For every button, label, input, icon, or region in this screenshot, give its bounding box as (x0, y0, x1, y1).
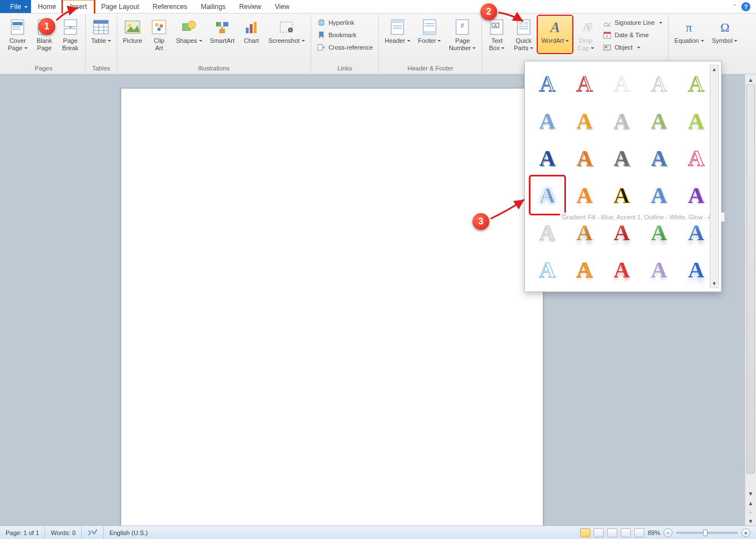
object-label: Object (614, 44, 633, 51)
shapes-button[interactable]: Shapes (173, 16, 205, 53)
tab-view[interactable]: View (268, 0, 297, 13)
equation-button[interactable]: π Equation (671, 16, 707, 53)
wordart-style-17[interactable]: A (568, 176, 602, 214)
scroll-thumb[interactable] (746, 85, 755, 474)
wordart-style-1[interactable]: A (530, 65, 564, 102)
tab-label: Review (239, 3, 261, 11)
minimize-ribbon-icon[interactable]: ⌃ (732, 3, 737, 10)
wordart-style-29[interactable]: A (642, 251, 676, 288)
scroll-track[interactable] (745, 85, 756, 488)
smartart-button[interactable]: SmartArt (207, 16, 238, 53)
drop-cap-button[interactable]: A Drop Cap (573, 16, 598, 53)
drop-cap-label: Drop Cap (578, 37, 594, 52)
date-time-button[interactable]: 5Date & Time (600, 29, 665, 41)
smartart-label: SmartArt (210, 37, 235, 52)
clip-art-button[interactable]: Clip Art (147, 16, 171, 53)
view-outline-button[interactable] (621, 528, 631, 537)
zoom-out-button[interactable]: − (664, 528, 673, 537)
gallery-scroll-up-icon[interactable]: ▲ (710, 65, 718, 73)
chart-button[interactable]: Chart (239, 16, 264, 53)
svg-rect-24 (246, 28, 249, 33)
zoom-slider-knob[interactable] (703, 529, 708, 536)
status-words[interactable]: Words: 0 (45, 526, 82, 539)
wordart-style-21[interactable]: A (530, 214, 564, 251)
wordart-style-3[interactable]: A (605, 65, 639, 102)
zoom-level-label[interactable]: 89% (648, 529, 660, 536)
wordart-button[interactable]: A WordArt (538, 16, 572, 53)
wordart-style-26[interactable]: A (530, 251, 564, 288)
symbol-button[interactable]: Ω Symbol (709, 16, 741, 53)
callout-2-label: 2 (487, 7, 492, 17)
zoom-in-button[interactable]: + (741, 528, 750, 537)
wordart-style-15[interactable]: A (679, 139, 713, 176)
tab-label: View (275, 3, 290, 11)
wordart-style-16[interactable]: A (530, 176, 564, 214)
scroll-up-icon[interactable]: ▲ (745, 74, 756, 85)
tab-page-layout[interactable]: Page Layout (94, 0, 145, 13)
next-page-icon[interactable]: ▼ (748, 516, 754, 525)
zoom-slider[interactable] (676, 532, 738, 534)
wordart-style-13[interactable]: A (605, 139, 639, 176)
tab-review[interactable]: Review (232, 0, 268, 13)
svg-text:A: A (549, 19, 560, 36)
wordart-style-28[interactable]: A (605, 251, 639, 288)
wordart-style-9[interactable]: A (642, 102, 676, 139)
signature-line-button[interactable]: Signature Line (600, 17, 665, 28)
browse-object-icon[interactable]: ◦ (750, 507, 752, 516)
header-button[interactable]: Header (381, 16, 413, 53)
callout-1-label: 1 (45, 21, 50, 32)
tab-references[interactable]: References (146, 0, 194, 13)
wordart-style-10[interactable]: A (679, 102, 713, 139)
wordart-style-8[interactable]: A (605, 102, 639, 139)
table-button[interactable]: Table (88, 16, 114, 53)
wordart-style-14[interactable]: A (642, 139, 676, 176)
status-language-label: English (U.S.) (109, 529, 148, 536)
shapes-label: Shapes (176, 37, 202, 52)
tab-strip: File Home Insert Page Layout References … (0, 0, 756, 14)
wordart-style-19[interactable]: A (642, 176, 676, 214)
status-language[interactable]: English (U.S.) (104, 526, 153, 539)
wordart-style-18[interactable]: A (605, 176, 639, 214)
header-icon (388, 18, 406, 36)
view-full-screen-button[interactable] (594, 528, 604, 537)
tab-mailings[interactable]: Mailings (194, 0, 232, 13)
vertical-scrollbar[interactable]: ▲ ▼ ▲ ◦ ▼ (745, 74, 756, 525)
signature-line-icon (603, 18, 612, 27)
cross-reference-button[interactable]: Cross-reference (315, 42, 375, 53)
gallery-scroll-track[interactable] (710, 73, 718, 280)
footer-button[interactable]: Footer (415, 16, 445, 53)
hyperlink-button[interactable]: Hyperlink (315, 17, 375, 28)
scroll-down-icon[interactable]: ▼ (745, 488, 756, 498)
wordart-style-6[interactable]: A (530, 102, 564, 139)
wordart-style-11[interactable]: A (530, 139, 564, 176)
wordart-style-5[interactable]: A (679, 65, 713, 102)
prev-page-icon[interactable]: ▲ (748, 498, 754, 507)
wordart-style-30[interactable]: A (679, 251, 713, 288)
view-draft-button[interactable] (634, 528, 644, 537)
object-button[interactable]: Object (600, 42, 665, 53)
svg-point-17 (160, 24, 163, 28)
view-print-layout-button[interactable] (580, 528, 590, 537)
help-icon[interactable]: ? (741, 2, 750, 11)
wordart-style-2[interactable]: A (568, 65, 602, 102)
svg-rect-21 (216, 22, 221, 26)
cover-page-button[interactable]: Cover Page (5, 16, 31, 53)
wordart-style-4[interactable]: A (642, 65, 676, 102)
tab-file[interactable]: File (0, 0, 31, 13)
view-web-layout-button[interactable] (607, 528, 617, 537)
picture-icon (123, 18, 142, 36)
picture-button[interactable]: Picture (120, 16, 145, 53)
browse-nav: ▲ ◦ ▼ (748, 498, 754, 525)
gallery-scrollbar[interactable]: ▲ ▼ (710, 65, 719, 288)
bookmark-button[interactable]: Bookmark (315, 29, 375, 41)
wordart-style-27[interactable]: A (568, 251, 602, 288)
wordart-style-12[interactable]: A (568, 139, 602, 176)
status-proofing[interactable] (82, 526, 104, 539)
page-number-button[interactable]: # Page Number (445, 16, 479, 53)
gallery-scroll-down-icon[interactable]: ▼ (710, 280, 718, 288)
wordart-style-20[interactable]: A (679, 176, 713, 214)
screenshot-button[interactable]: Screenshot (265, 16, 308, 53)
document-page[interactable] (121, 88, 543, 525)
wordart-style-7[interactable]: A (568, 102, 602, 139)
status-page[interactable]: Page: 1 of 1 (0, 526, 45, 539)
